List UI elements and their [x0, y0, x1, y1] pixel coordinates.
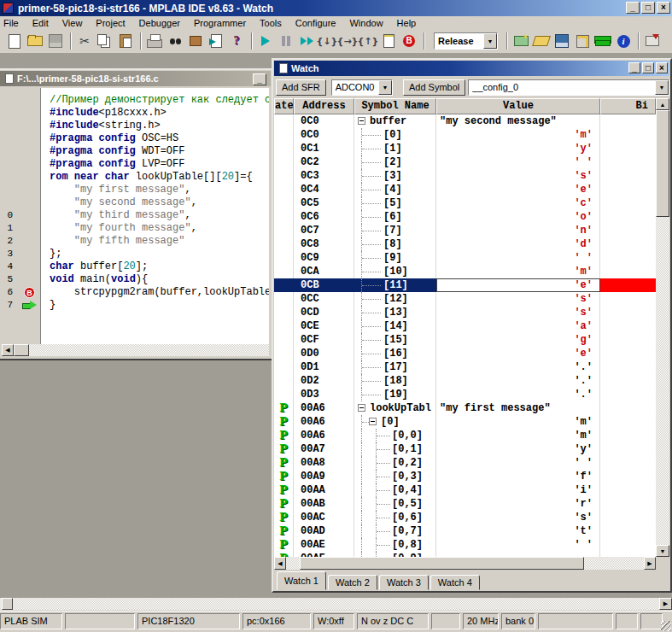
- save-workspace-icon[interactable]: [552, 32, 571, 50]
- editor-body[interactable]: //Пример демонстрирует как следует со#in…: [2, 88, 269, 344]
- watch-row[interactable]: 0C6[6]'o': [274, 210, 656, 224]
- editor-scroll-thumb[interactable]: [14, 344, 29, 356]
- add-sfr-button[interactable]: Add SFR: [276, 79, 326, 96]
- chevron-down-icon[interactable]: ▼: [378, 80, 392, 95]
- tab-watch-1[interactable]: Watch 1: [277, 571, 326, 590]
- watch-row[interactable]: 0CF[15]'g': [274, 333, 656, 347]
- chevron-down-icon[interactable]: ▼: [483, 33, 497, 49]
- column-header-bi[interactable]: Bi: [600, 98, 656, 114]
- scroll-left-icon[interactable]: ◀: [274, 557, 286, 570]
- watch-vertical-scrollbar[interactable]: ▲ ▼: [656, 98, 669, 557]
- menu-item-tools[interactable]: Tools: [253, 18, 289, 28]
- open-project-icon[interactable]: [532, 32, 551, 50]
- watch-row[interactable]: 0C1[1]'y': [274, 142, 656, 155]
- scroll-down-icon[interactable]: ▼: [656, 545, 669, 557]
- watch-minimize-button[interactable]: _: [628, 62, 640, 73]
- menu-item-help[interactable]: Help: [390, 18, 424, 28]
- watch-vscroll-track[interactable]: [656, 217, 669, 545]
- copy-icon[interactable]: [96, 32, 114, 50]
- step-into-icon[interactable]: [318, 32, 336, 50]
- scroll-right-icon[interactable]: ▶: [659, 598, 672, 610]
- workspace-horizontal-scrollbar[interactable]: ▶: [0, 598, 672, 610]
- watch-horizontal-scrollbar[interactable]: ◀ ▶: [274, 557, 656, 570]
- editor-horizontal-scrollbar[interactable]: ◀: [2, 344, 269, 356]
- watch-hscroll-thumb[interactable]: [300, 557, 584, 570]
- watch-row[interactable]: P00A6[0]'m': [274, 415, 656, 429]
- menu-item-edit[interactable]: Edit: [26, 18, 56, 28]
- save-file-icon[interactable]: [46, 32, 65, 50]
- run-icon[interactable]: [256, 32, 275, 50]
- workspace-scroll-track[interactable]: [13, 598, 659, 610]
- column-header-address[interactable]: Address: [294, 98, 354, 114]
- watch-row[interactable]: P00AA[0,4]'i': [274, 483, 656, 497]
- editor-title-bar[interactable]: F:\...\primer-58-pic18-si-str166.c: [0, 71, 271, 86]
- collapse-icon[interactable]: [369, 418, 377, 425]
- open-file-icon[interactable]: [26, 32, 44, 50]
- sfr-combo[interactable]: ADCON0 ▼: [331, 79, 393, 96]
- watch-row[interactable]: P00AD[0,7]'t': [274, 524, 656, 538]
- scroll-up-icon[interactable]: ▲: [656, 98, 669, 110]
- print-icon[interactable]: [145, 32, 164, 50]
- menu-item-view[interactable]: View: [56, 18, 90, 28]
- menu-item-debugger[interactable]: Debugger: [132, 18, 187, 28]
- watch-row[interactable]: P00A6lookUpTabl"my first message": [274, 401, 656, 415]
- watch-row[interactable]: 0D1[17]'.': [274, 360, 656, 374]
- animate-icon[interactable]: [297, 32, 316, 50]
- watch-row[interactable]: 0C4[4]'e': [274, 183, 656, 196]
- editor-minimize-button[interactable]: _: [253, 73, 266, 85]
- watch-hscroll-track[interactable]: [584, 557, 644, 570]
- scroll-right-icon[interactable]: ▶: [644, 557, 656, 570]
- menu-item-programmer[interactable]: Programmer: [187, 18, 253, 28]
- watch-row[interactable]: 0C9[9]' ': [274, 251, 656, 265]
- watch-row[interactable]: 0CD[13]'s': [274, 306, 656, 319]
- column-header-ate[interactable]: ate: [274, 98, 294, 114]
- menu-item-file[interactable]: File: [0, 18, 26, 28]
- cut-icon[interactable]: [75, 32, 94, 50]
- watch-hscroll-track[interactable]: [286, 557, 300, 570]
- help-icon[interactable]: [227, 32, 246, 50]
- watch-row[interactable]: P00AB[0,5]'r': [274, 497, 656, 511]
- build-icon[interactable]: [573, 32, 592, 50]
- menu-item-project[interactable]: Project: [89, 18, 131, 28]
- tab-watch-4[interactable]: Watch 4: [430, 575, 480, 590]
- watch-row[interactable]: 0C0buffer"my second message": [274, 114, 656, 128]
- watch-vscroll-thumb[interactable]: [656, 110, 669, 217]
- collapse-icon[interactable]: [358, 404, 365, 412]
- watch-row[interactable]: P00A8[0,2]' ': [274, 456, 656, 470]
- breakpoint-icon[interactable]: [400, 32, 418, 50]
- watch-row[interactable]: P00A7[0,1]'y': [274, 442, 656, 456]
- find-next-icon[interactable]: [186, 32, 205, 50]
- menu-item-window[interactable]: Window: [342, 18, 389, 28]
- watch-row[interactable]: 0C2[2]' ': [274, 155, 656, 169]
- watch-row[interactable]: 0C0[0]'m': [274, 128, 656, 142]
- watch-title-bar[interactable]: Watch _ □ ×: [274, 61, 669, 76]
- watch-row[interactable]: 0D3[19]'.': [274, 388, 656, 401]
- watch-row[interactable]: 0C8[8]'d': [274, 237, 656, 251]
- workspace-scroll-thumb[interactable]: [2, 598, 13, 610]
- watch-row[interactable]: 0D2[18]'.': [274, 374, 656, 388]
- watch-maximize-button[interactable]: □: [642, 62, 654, 73]
- watch-row[interactable]: 0D0[16]'e': [274, 347, 656, 360]
- goto-icon[interactable]: [207, 32, 225, 50]
- add-symbol-button[interactable]: Add Symbol: [403, 79, 465, 96]
- close-button[interactable]: ×: [657, 2, 670, 14]
- paste-icon[interactable]: [116, 32, 135, 50]
- collapse-icon[interactable]: [358, 117, 365, 125]
- release-combo[interactable]: Release▼: [434, 32, 498, 50]
- minimize-button[interactable]: _: [626, 2, 640, 14]
- breakpoint-icon[interactable]: B: [24, 287, 35, 298]
- chevron-down-icon[interactable]: ▼: [655, 80, 669, 95]
- step-over-icon[interactable]: [338, 32, 357, 50]
- watch-row[interactable]: 0C5[5]'c': [274, 196, 656, 210]
- find-icon[interactable]: [166, 32, 184, 50]
- watch-row[interactable]: P00A9[0,3]'f': [274, 470, 656, 483]
- step-out-icon[interactable]: [359, 32, 377, 50]
- watch-row[interactable]: 0CB[11]'e': [274, 278, 656, 292]
- halt-icon[interactable]: [277, 32, 295, 50]
- watch-row[interactable]: P00AC[0,6]'s': [274, 511, 656, 524]
- tab-watch-3[interactable]: Watch 3: [379, 575, 429, 590]
- new-file-icon[interactable]: [5, 32, 24, 50]
- watch-row[interactable]: 0C3[3]'s': [274, 169, 656, 183]
- program-target-icon[interactable]: [643, 32, 662, 50]
- maximize-button[interactable]: □: [641, 2, 655, 14]
